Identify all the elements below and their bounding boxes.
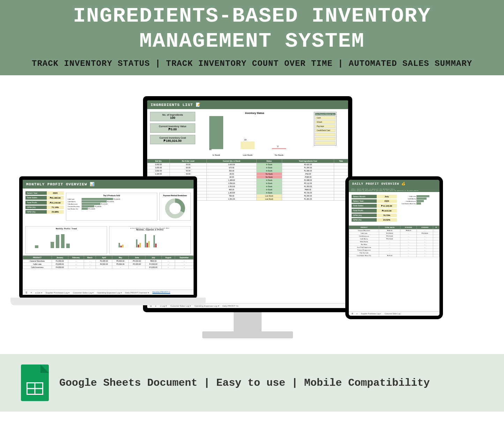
daily-profit-subtext: Select Month and Year to generate the da… [349, 188, 439, 192]
ingredients-panel-title: INGREDIENTS LIST 📝 [147, 100, 348, 109]
sheets-menu-icon[interactable]: ☰ [25, 291, 27, 294]
svg-rect-9 [119, 243, 120, 247]
payment-method-cell[interactable]: Credit/Debit Card [315, 129, 336, 132]
bar-low-stock [241, 141, 255, 149]
svg-rect-19 [155, 244, 157, 247]
tab[interactable]: Daily PROFIT Overview ▾ [125, 291, 149, 294]
payment-methods-box: Enter Payment Methods Here: Cash GCash P… [314, 112, 337, 146]
svg-rect-2 [35, 245, 38, 248]
monthly-product-table[interactable]: PRODUCTJanuaryFebruaryMarchAprilMayJuneJ… [23, 255, 194, 269]
tablet-device: DAILY PROFIT OVERVIEW 💰 Select Month and… [345, 176, 443, 319]
daily-kv-panel: Select Month:JulySelect Year:2023Total S… [352, 195, 397, 223]
footer-banner: Google Sheets Document | Easy to use | M… [0, 354, 504, 412]
svg-rect-11 [122, 245, 123, 247]
svg-rect-13 [138, 245, 139, 247]
laptop-device: MONTHLY PROFIT OVERVIEW 📊 Select Year:20… [19, 176, 197, 298]
header-banner: INGREDIENTS-BASED INVENTORY MANAGEMENT S… [0, 0, 504, 75]
google-sheets-icon [21, 365, 49, 401]
svg-rect-7 [61, 234, 65, 248]
sheets-plus-icon[interactable]: + [31, 291, 32, 293]
desktop-stand [234, 312, 262, 333]
payment-method-cell[interactable]: GCash [315, 120, 336, 124]
tab[interactable]: e List ▾ [36, 291, 42, 294]
desktop-base [202, 331, 293, 338]
inventory-status-chart: 80 In Stock 18 Low Stock 2 No Stock [199, 114, 310, 156]
tab-active[interactable]: Monthly PROFIT O [152, 291, 170, 294]
svg-rect-10 [120, 246, 122, 247]
device-showcase: INGREDIENTS LIST 📝 No. of Ingredients 10… [0, 75, 504, 354]
tablet-tabs: ☰ + Supplier Purchases Log ▾ Customer Sa… [349, 311, 439, 316]
monthly-trend-chart: Monthly Profit Trend [25, 226, 107, 254]
monthly-kv-panel: Select Year:2023Total Sales:₱81,380.00To… [25, 191, 64, 222]
svg-rect-15 [145, 234, 146, 247]
svg-rect-18 [153, 235, 155, 247]
laptop-hinge [10, 298, 206, 305]
page-subtitle: TRACK INVENTORY STATUS | TRACK INVENTORY… [0, 59, 504, 68]
laptop-tabs: ☰ + e List ▾ Supplier Purchases Log ▾ Cu… [23, 290, 194, 295]
svg-rect-12 [136, 239, 137, 247]
stat-num-ingredients: No. of Ingredients 100 [150, 112, 195, 121]
svg-rect-5 [51, 242, 54, 248]
tab[interactable]: Supplier Purchases Log ▾ [361, 313, 381, 315]
tab[interactable]: Customer Sales Log ▾ [73, 291, 93, 294]
sheets-menu-icon[interactable]: ☰ [352, 313, 353, 315]
svg-rect-17 [148, 241, 150, 247]
tab[interactable]: Daily PROFIT Ov [223, 305, 239, 307]
svg-rect-14 [140, 243, 141, 247]
tab[interactable]: Operating Expenses Log ▾ [97, 291, 122, 294]
tab[interactable]: Supplier Purchases Log ▾ [46, 291, 69, 294]
payment-breakdown-chart: Payment Method Breakdown [159, 193, 191, 221]
daily-side-products: Caffe LatteCaffe MochaCafe AmericanoIced… [398, 195, 437, 223]
page-title-line2: MANAGEMENT SYSTEM [0, 29, 504, 54]
svg-rect-16 [146, 243, 148, 247]
top5-products-chart: Top 5 Products Sold Caffe Latte₱5,060.00… [66, 193, 157, 221]
inventory-status-chart-title: Inventory Status [199, 112, 310, 114]
bar-in-stock [209, 116, 223, 149]
tab[interactable]: Customer Sales Log [384, 313, 400, 315]
payment-method-cell[interactable]: Paymaya [315, 124, 336, 128]
payment-method-cell[interactable]: Cash [315, 116, 336, 120]
bar-no-stock [272, 148, 286, 149]
daily-product-table[interactable]: PRODUCTTOTAL SALES07/01/202307/02/202307… [349, 225, 439, 257]
monthly-profit-panel-title: MONTHLY PROFIT OVERVIEW 📊 [23, 180, 194, 189]
footer-text: Google Sheets Document | Easy to use | M… [59, 377, 430, 389]
page-title-line1: INGREDIENTS-BASED INVENTORY [0, 3, 504, 29]
sheets-plus-icon[interactable]: + [356, 313, 358, 315]
stat-inventory-cost: Current Inventory Cost ₱185,024.00 [150, 135, 195, 144]
stat-inventory-value: Current Inventory Value ₱0.00 [150, 123, 195, 133]
daily-profit-panel-title: DAILY PROFIT OVERVIEW 💰 [349, 180, 439, 188]
svg-rect-6 [56, 235, 59, 248]
revenue-expense-chart: ■ TOTAL REVENUE ■ TOTAL PRODUCT COST ■ T… [109, 226, 191, 254]
svg-rect-8 [66, 244, 70, 248]
